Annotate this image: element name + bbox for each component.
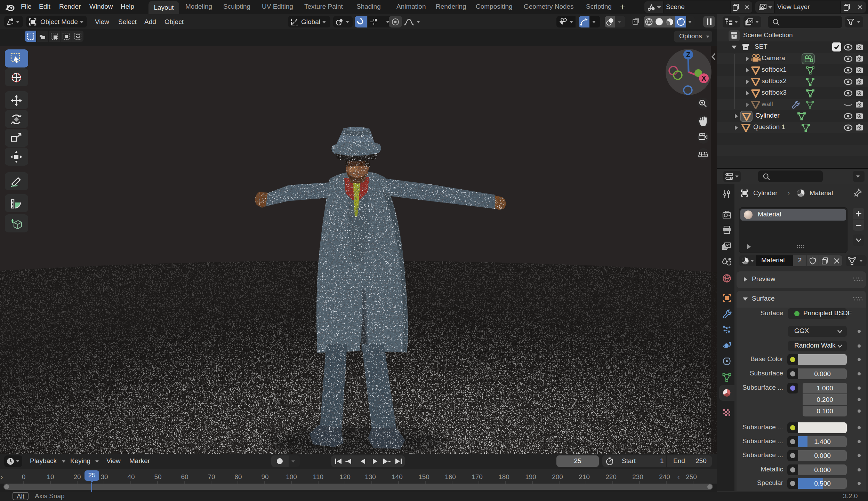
svg-text:Z: Z (686, 51, 690, 58)
svg-text:X: X (701, 74, 706, 82)
